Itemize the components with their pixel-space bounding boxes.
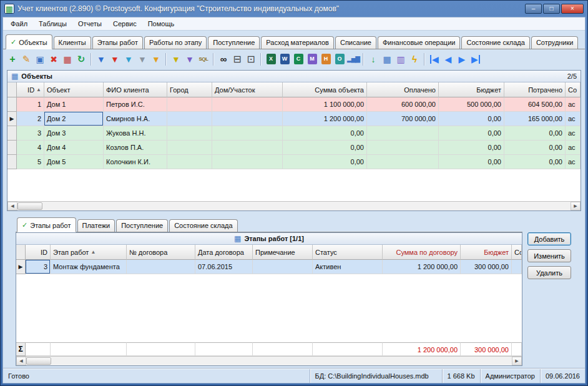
tab-materials-expense[interactable]: Расход материалов <box>261 36 334 49</box>
column-header-6[interactable]: Сумма по договору <box>383 245 461 260</box>
cell[interactable] <box>367 126 439 141</box>
cell[interactable]: Жукова Н.Н. <box>104 126 167 141</box>
column-header-2[interactable]: № договора <box>127 245 195 260</box>
scroll-track[interactable] <box>42 202 571 210</box>
table-row[interactable]: 5Дом 5Колочкин К.И.0,000,000,00ас <box>7 155 581 169</box>
objects-hscrollbar[interactable]: ◀ ▶ <box>7 201 581 210</box>
column-header-3[interactable]: Город <box>167 82 212 97</box>
chart-icon[interactable]: ▂▅▇ <box>346 52 360 66</box>
tab-financial-operations[interactable]: Финансовые операции <box>378 36 460 49</box>
cell[interactable] <box>253 260 313 274</box>
export-xml-icon[interactable]: M <box>305 52 319 66</box>
cell[interactable]: 0,00 <box>439 155 504 169</box>
preview-icon[interactable]: ⊡ <box>244 52 258 66</box>
scroll-track[interactable] <box>51 357 512 365</box>
sql-icon[interactable]: SQL <box>197 52 210 66</box>
scroll-left-icon[interactable]: ◀ <box>7 202 17 210</box>
menu-reports[interactable]: Отчеты <box>72 18 107 29</box>
menu-help[interactable]: Помощь <box>142 18 180 29</box>
stages-hscrollbar[interactable]: ◀ ▶ <box>16 356 522 365</box>
export-html-icon[interactable]: H <box>319 52 333 66</box>
table-row[interactable]: 1Дом 1Петров И.С.1 100 000,00600 000,005… <box>7 97 581 112</box>
tab-writeoff[interactable]: Списание <box>335 36 376 49</box>
column-header-4[interactable]: Дом/Участок <box>212 82 283 97</box>
cell[interactable]: Монтаж фундамента <box>51 260 127 274</box>
nav-first-icon[interactable]: ◀ <box>428 52 441 66</box>
form-view-icon[interactable]: ▥ <box>394 52 408 66</box>
cell[interactable]: 0,00 <box>283 155 367 169</box>
sub-tab-income[interactable]: Поступление <box>116 219 168 232</box>
cell[interactable]: 700 000,00 <box>367 112 439 126</box>
cell[interactable] <box>167 141 212 155</box>
cell[interactable]: Дом 1 <box>44 97 104 112</box>
import-icon[interactable]: ↓ <box>366 52 380 66</box>
menu-tables[interactable]: Таблицы <box>33 18 72 29</box>
tab-income[interactable]: Поступление <box>208 36 260 49</box>
cell[interactable] <box>367 155 439 169</box>
cell[interactable]: 0,00 <box>504 126 566 141</box>
table-row[interactable]: ▶2Дом 2Смирнов Н.А.1 200 000,00700 000,0… <box>7 112 581 126</box>
cell[interactable]: ас <box>566 97 581 112</box>
title-bar[interactable]: ▦ Учет клиентов (2.890) © Prostoysoft. К… <box>2 1 586 17</box>
cell[interactable]: 600 000,00 <box>367 97 439 112</box>
column-header-2[interactable]: ФИО клиента <box>104 82 167 97</box>
cell[interactable]: ас <box>566 141 581 155</box>
refresh-icon[interactable]: ↻ <box>74 52 88 66</box>
cell[interactable]: ас <box>566 112 581 126</box>
cell[interactable]: 0,00 <box>439 141 504 155</box>
column-header-0[interactable]: ID <box>26 245 51 260</box>
cell[interactable]: Колочкин К.И. <box>104 155 167 169</box>
cell[interactable]: 3 <box>17 126 44 141</box>
copy-record-icon[interactable]: ▣ <box>33 52 47 66</box>
grid-settings-icon[interactable]: ▦ <box>380 52 394 66</box>
cell[interactable]: 0,00 <box>439 112 504 126</box>
cell[interactable]: Дом 4 <box>44 141 104 155</box>
cell[interactable]: 0,00 <box>283 126 367 141</box>
tab-warehouse-state[interactable]: Состояние склада <box>461 36 529 49</box>
table-row[interactable]: 3Дом 3Жукова Н.Н.0,000,000,00ас <box>7 126 581 141</box>
tab-employees[interactable]: Сотрудники <box>531 36 579 49</box>
cell[interactable] <box>212 141 283 155</box>
cell[interactable]: 5 <box>17 155 44 169</box>
column-header-4[interactable]: Примечание <box>253 245 313 260</box>
cell[interactable]: Дом 3 <box>44 126 104 141</box>
scroll-thumb[interactable] <box>26 357 51 365</box>
cell[interactable]: Смирнов Н.А. <box>104 112 167 126</box>
cell[interactable] <box>367 141 439 155</box>
cell[interactable]: 1 <box>17 97 44 112</box>
filter-exclude-icon[interactable]: ▼ <box>108 52 122 66</box>
cell[interactable]: Дом 2 <box>44 112 104 126</box>
column-header-9[interactable]: Со <box>566 82 581 97</box>
cell[interactable]: Активен <box>313 260 383 274</box>
cell[interactable] <box>167 155 212 169</box>
cell[interactable]: Дом 5 <box>44 155 104 169</box>
filter-saved-icon[interactable]: ▼ <box>169 52 183 66</box>
filter-selection-icon[interactable]: ▼ <box>122 52 135 66</box>
filter-icon[interactable]: ▼ <box>94 52 108 66</box>
sub-tab-warehouse-state[interactable]: Состояние склада <box>169 219 237 232</box>
scroll-right-icon[interactable]: ▶ <box>571 202 581 210</box>
delete-button[interactable]: Удалить <box>527 266 571 279</box>
cell[interactable] <box>212 126 283 141</box>
cell[interactable] <box>167 97 212 112</box>
cell[interactable]: 300 000,00 <box>461 260 512 274</box>
scroll-left-icon[interactable]: ◀ <box>16 357 26 365</box>
cell[interactable]: 4 <box>17 141 44 155</box>
nav-prev-icon[interactable]: ◀ <box>441 52 455 66</box>
edit-record-icon[interactable]: ✎ <box>19 52 33 66</box>
print-icon[interactable]: ⊟ <box>230 52 244 66</box>
cell[interactable] <box>512 260 522 274</box>
delete-record-icon[interactable]: ✖ <box>47 52 61 66</box>
clear-table-icon[interactable]: ▦ <box>61 52 74 66</box>
column-header-5[interactable]: Сумма объекта <box>283 82 367 97</box>
cell[interactable]: Козлов П.А. <box>104 141 167 155</box>
column-header-8[interactable]: Сост <box>512 245 522 260</box>
tab-work-stages[interactable]: Этапы работ <box>92 36 143 49</box>
tab-stage-works[interactable]: Работы по этапу <box>144 36 207 49</box>
minimize-button[interactable]: – <box>525 4 542 14</box>
cell[interactable]: 3 <box>26 260 51 274</box>
sub-tab-work-stages[interactable]: ✓Этапы работ <box>17 217 76 232</box>
cell[interactable]: 1 100 000,00 <box>283 97 367 112</box>
add-button[interactable]: Добавить <box>527 232 571 245</box>
cell[interactable]: 2 <box>17 112 44 126</box>
